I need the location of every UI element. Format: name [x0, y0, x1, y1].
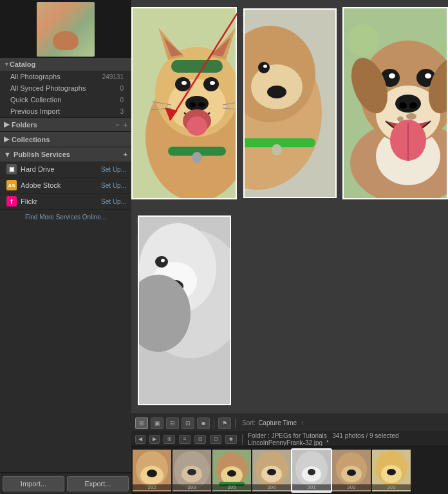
main-content: 30: [131, 0, 448, 494]
bottom-toolbar: ⊞ ▣ ⊟ ⊡ ☻ ⚑ Sort: Capture Time ↑: [131, 414, 448, 432]
grid-view-button[interactable]: ⊞: [135, 417, 148, 429]
svg-point-74: [227, 470, 236, 477]
dog4-svg: [139, 217, 231, 405]
svg-point-70: [187, 469, 196, 475]
status-divider: [242, 434, 243, 444]
grid-cell-bottom-left[interactable]: 3: [342, 0, 448, 207]
status-bar: ◀ ▶ ⊞ ≡ ⊟ ⊡ ☻ Folder : JPEGs for Tutoria…: [131, 432, 448, 446]
photo-frame-3: [342, 7, 448, 199]
view-people-button[interactable]: ☻: [225, 435, 237, 444]
dog1-svg: [133, 8, 237, 198]
view-list-button[interactable]: ≡: [179, 435, 191, 444]
preview-image: [37, 2, 95, 57]
film-thumb-395[interactable]: 395: [212, 450, 251, 491]
publish-label: Publish Services: [14, 151, 70, 158]
adobe-stock-label: Adobe Stock: [21, 181, 61, 189]
catalog-synced-label: All Synced Photographs: [10, 84, 86, 92]
catalog-header[interactable]: ▼ Catalog: [0, 58, 131, 71]
publish-services-section: ▼ Publish Services + ▣ Hard Drive Set Up…: [0, 147, 131, 473]
film-thumb-303[interactable]: 303: [372, 450, 411, 491]
publish-item-hard-drive[interactable]: ▣ Hard Drive Set Up...: [0, 161, 131, 178]
flickr-icon: f: [6, 196, 17, 206]
import-button[interactable]: Import...: [3, 476, 64, 491]
view-grid-button[interactable]: ⊞: [163, 435, 175, 444]
grid-cell-top-right[interactable]: 304: [237, 0, 342, 207]
export-button[interactable]: Export...: [67, 476, 129, 491]
left-panel: ▼ Catalog All Photographs 249131 All Syn…: [0, 0, 131, 494]
grid-cell-top-left[interactable]: 30: [131, 0, 237, 207]
catalog-synced-count: 0: [120, 85, 124, 92]
app-container: ▼ Catalog All Photographs 249131 All Syn…: [0, 0, 448, 494]
toolbar-divider-2: [235, 418, 236, 428]
catalog-arrow: ▼: [4, 61, 10, 68]
folder-label: Folder : JPEGs for Tutorials: [248, 432, 327, 439]
svg-point-61: [161, 259, 165, 262]
selected-count: 9 selected: [369, 432, 399, 439]
svg-point-18: [192, 152, 202, 163]
catalog-all-photos-count: 249131: [102, 73, 124, 80]
film-thumb-393[interactable]: 393: [173, 450, 211, 491]
svg-point-54: [397, 116, 404, 122]
catalog-previous-label: Previous Import: [10, 107, 60, 115]
catalog-previous-count: 3: [120, 108, 124, 115]
photo-count: 341 photos: [332, 432, 364, 439]
compare-view-button[interactable]: ⊟: [166, 417, 179, 429]
view-compare-button[interactable]: ⊟: [194, 435, 206, 444]
folders-plus-icon[interactable]: +: [124, 121, 127, 129]
svg-point-9: [189, 102, 196, 107]
sort-arrow[interactable]: ↑: [301, 419, 304, 426]
dog3-svg: [344, 8, 448, 198]
svg-point-66: [147, 470, 157, 477]
svg-point-8: [185, 96, 209, 111]
adobe-stock-setup[interactable]: Set Up...: [101, 182, 126, 189]
catalog-quick-count: 0: [120, 96, 124, 104]
svg-point-30: [258, 62, 270, 73]
catalog-item-synced[interactable]: All Synced Photographs 0: [0, 82, 131, 94]
folders-header[interactable]: ▶ Folders − +: [0, 118, 131, 131]
sort-value[interactable]: Capture Time: [258, 419, 297, 426]
catalog-item-all-photos[interactable]: All Photographs 249131: [0, 71, 131, 82]
svg-point-10: [198, 102, 205, 107]
find-more-services-link[interactable]: Find More Services Online...: [0, 210, 131, 224]
catalog-item-quick[interactable]: Quick Collection 0: [0, 94, 131, 105]
bottom-buttons: Import... Export...: [0, 473, 131, 494]
film-thumb-396[interactable]: 396: [252, 450, 291, 491]
folders-arrow: ▶: [4, 120, 9, 129]
catalog-all-photos-label: All Photographs: [10, 73, 61, 80]
svg-point-48: [425, 73, 431, 78]
film-thumb-301[interactable]: 301: [292, 450, 331, 491]
publish-services-header[interactable]: ▼ Publish Services +: [0, 147, 131, 161]
collections-header[interactable]: ▶ Collections: [0, 132, 131, 147]
folders-minus-icon[interactable]: −: [115, 121, 119, 129]
survey-view-button[interactable]: ⊡: [182, 417, 194, 429]
svg-point-42: [395, 95, 421, 113]
loupe-view-button[interactable]: ▣: [151, 417, 163, 429]
view-survey-button[interactable]: ⊡: [210, 435, 221, 444]
film-thumb-302[interactable]: 302: [332, 450, 371, 491]
filename: LincolnPennyFrank-32.jpg: [248, 439, 322, 446]
people-view-button[interactable]: ☻: [197, 417, 210, 429]
nav-previous-button[interactable]: ◀: [135, 435, 145, 444]
flickr-setup[interactable]: Set Up...: [101, 198, 126, 205]
catalog-item-previous[interactable]: Previous Import 3: [0, 105, 131, 117]
hard-drive-label: Hard Drive: [21, 165, 55, 173]
grid-cell-bottom-right[interactable]: 310: [131, 207, 237, 414]
publish-item-adobe-stock[interactable]: AS Adobe Stock Set Up...: [0, 178, 131, 194]
catalog-label: Catalog: [10, 60, 35, 68]
svg-point-79: [267, 469, 276, 475]
film-thumb-392[interactable]: 392: [133, 450, 171, 491]
hard-drive-icon: ▣: [6, 164, 17, 174]
hard-drive-setup[interactable]: Set Up...: [101, 166, 126, 173]
svg-point-60: [155, 256, 168, 268]
svg-point-91: [387, 469, 396, 475]
collections-label: Collections: [12, 136, 50, 143]
photo-frame-2: [243, 8, 337, 198]
publish-plus-icon[interactable]: +: [124, 151, 127, 158]
adobe-stock-icon: AS: [6, 180, 17, 190]
publish-item-flickr[interactable]: f Flickr Set Up...: [0, 194, 131, 210]
film-strip: 392 393 395: [131, 446, 448, 494]
flag-button[interactable]: ⚑: [218, 417, 231, 429]
folders-label: Folders: [12, 121, 37, 129]
dog2-svg: [245, 10, 337, 198]
nav-next-button[interactable]: ▶: [149, 435, 160, 444]
